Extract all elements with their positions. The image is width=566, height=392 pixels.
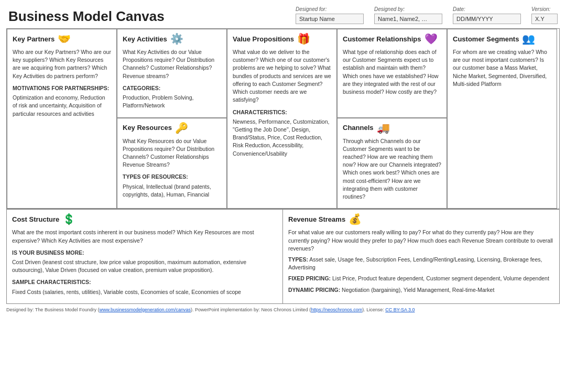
value-propositions-title: Value Propositions — [233, 35, 294, 43]
key-resources-section1-title: TYPES OF RESOURCES: — [123, 173, 221, 181]
value-propositions-cell: Value Propositions 🎁 What value do we de… — [227, 29, 337, 209]
key-partners-title: Key Partners — [13, 35, 55, 43]
value-propositions-section1-title: CHARACTERISTICS: — [233, 108, 331, 116]
customer-relationships-intro: What type of relationship does each of o… — [343, 48, 441, 96]
cost-structure-icon: 💲 — [62, 214, 75, 224]
date-input[interactable] — [453, 14, 521, 24]
key-partners-header: Key Partners 🤝 — [13, 34, 111, 44]
value-propositions-section1-body: Newness, Performance, Customization, "Ge… — [233, 118, 331, 158]
channels-icon: 🚚 — [377, 123, 390, 133]
revenue-streams-section3-body: Negotiation (bargaining), Yield Manageme… — [342, 287, 494, 293]
channels-title: Channels — [343, 124, 374, 132]
value-propositions-intro: What value do we deliver to the customer… — [233, 48, 331, 104]
page-header: Business Model Canvas Designed for: Desi… — [0, 0, 566, 28]
key-activities-icon: ⚙️ — [170, 34, 183, 44]
revenue-streams-cell: Revenue Streams 💰 For what value are our… — [283, 210, 559, 303]
date-field: Date: — [453, 6, 521, 24]
key-partners-cell: Key Partners 🤝 Who are our Key Partners?… — [7, 29, 117, 209]
footer-text: Designed by: The Business Model Foundry … — [6, 307, 99, 312]
designed-by-input[interactable] — [374, 14, 442, 24]
revenue-streams-intro: For what value are our customers really … — [288, 228, 554, 253]
date-label: Date: — [453, 6, 521, 12]
customer-relationships-cell: Customer Relationships 💜 What type of re… — [337, 29, 447, 118]
key-activities-header: Key Activities ⚙️ — [123, 34, 221, 44]
cost-structure-section1-body: Cost Driven (leanest cost structure, low… — [12, 258, 277, 274]
cost-structure-intro: What are the most important costs inhere… — [12, 228, 277, 244]
cost-structure-section2-title: SAMPLE CHARACTERISTICS: — [12, 278, 277, 286]
key-activities-body: What Key Activities do our Value Proposi… — [123, 48, 221, 110]
value-propositions-header: Value Propositions 🎁 — [233, 34, 331, 44]
revenue-streams-section1-body: Asset sale, Usage fee, Subscription Fees… — [288, 256, 542, 270]
canvas: Key Partners 🤝 Who are our Key Partners?… — [6, 28, 560, 304]
designed-for-input[interactable] — [296, 14, 364, 24]
channels-body: Through which Channels do our Customer S… — [343, 137, 441, 201]
customer-relationships-body: What type of relationship does each of o… — [343, 48, 441, 96]
footer-end-text: ). License: — [362, 307, 385, 312]
customer-relationships-title: Customer Relationships — [343, 35, 421, 43]
designed-for-label: Designed for: — [296, 6, 364, 12]
value-propositions-body: What value do we deliver to the customer… — [233, 48, 331, 158]
key-resources-icon: 🔑 — [175, 123, 188, 133]
revenue-streams-icon: 💰 — [349, 214, 362, 224]
cost-structure-section2-body: Fixed Costs (salaries, rents, utilities)… — [12, 288, 277, 296]
revenue-streams-section2-body: List Price, Product feature dependent, C… — [332, 275, 549, 281]
customer-segments-header: Customer Segments 👥 — [453, 34, 551, 44]
version-field: Version: — [531, 6, 558, 24]
key-resources-cell: Key Resources 🔑 What Key Resources do ou… — [117, 118, 227, 209]
version-label: Version: — [531, 6, 558, 12]
footer-link2[interactable]: https://neoschronos.com — [311, 307, 362, 312]
customer-segments-intro: For whom are we creating value? Who are … — [453, 48, 551, 88]
page-title: Business Model Canvas — [8, 9, 165, 24]
canvas-grid: Key Partners 🤝 Who are our Key Partners?… — [7, 29, 559, 209]
key-resources-section1-body: Physical, Intellectual (brand patents, c… — [123, 183, 221, 199]
customer-segments-cell: Customer Segments 👥 For whom are we crea… — [447, 29, 557, 209]
customer-segments-body: For whom are we creating value? Who are … — [453, 48, 551, 88]
key-activities-section1-body: Production, Problem Solving, Platform/Ne… — [123, 94, 221, 110]
key-activities-intro: What Key Activities do our Value Proposi… — [123, 48, 221, 80]
designed-by-field: Designed by: — [374, 6, 442, 24]
customer-segments-icon: 👥 — [522, 34, 535, 44]
key-activities-cell: Key Activities ⚙️ What Key Activities do… — [117, 29, 227, 118]
key-partners-body: Who are our Key Partners? Who are our ke… — [13, 48, 111, 118]
version-input[interactable] — [531, 14, 558, 24]
key-partners-section1-title: MOTIVATIONS FOR PARTNERSHIPS: — [13, 84, 111, 92]
channels-intro: Through which Channels do our Customer S… — [343, 137, 441, 201]
cost-structure-cell: Cost Structure 💲 What are the most impor… — [7, 210, 283, 303]
bottom-row: Cost Structure 💲 What are the most impor… — [7, 209, 559, 303]
revenue-streams-section2-title: FIXED PRICING: — [288, 275, 331, 281]
cost-structure-body: What are the most important costs inhere… — [12, 228, 277, 296]
cost-structure-section1-title: IS YOUR BUSINESS MORE: — [12, 249, 277, 257]
footer-mid-text: ). PowerPoint implementation by: Neos Ch… — [191, 307, 311, 312]
header-fields: Designed for: Designed by: Date: Version… — [191, 6, 558, 24]
designed-for-field: Designed for: — [296, 6, 364, 24]
cost-structure-title: Cost Structure — [12, 215, 59, 223]
revenue-streams-body: For what value are our customers really … — [288, 228, 554, 294]
revenue-streams-title: Revenue Streams — [288, 215, 345, 223]
revenue-streams-section3-title: DYNAMIC PRICING: — [288, 287, 340, 293]
value-propositions-icon: 🎁 — [297, 34, 310, 44]
channels-cell: Channels 🚚 Through which Channels do our… — [337, 118, 447, 209]
customer-relationships-header: Customer Relationships 💜 — [343, 34, 441, 44]
designed-by-label: Designed by: — [374, 6, 442, 12]
revenue-streams-section1-title: TYPES: — [288, 256, 308, 263]
footer-link1[interactable]: www.businessmodelgeneration.com/canvas — [99, 307, 191, 312]
key-resources-intro: What Key Resources do our Value Proposit… — [123, 137, 221, 169]
key-partners-icon: 🤝 — [58, 34, 71, 44]
customer-relationships-icon: 💜 — [424, 34, 438, 44]
key-activities-section1-title: CATEGORIES: — [123, 84, 221, 92]
key-activities-title: Key Activities — [123, 35, 167, 43]
customer-segments-title: Customer Segments — [453, 35, 519, 43]
key-resources-title: Key Resources — [123, 124, 172, 132]
channels-header: Channels 🚚 — [343, 123, 441, 133]
footer-link3[interactable]: CC BY-SA 3.0 — [385, 307, 415, 312]
revenue-streams-header: Revenue Streams 💰 — [288, 214, 554, 224]
key-resources-header: Key Resources 🔑 — [123, 123, 221, 133]
key-resources-body: What Key Resources do our Value Proposit… — [123, 137, 221, 199]
footer: Designed by: The Business Model Foundry … — [6, 307, 560, 312]
cost-structure-header: Cost Structure 💲 — [12, 214, 277, 224]
key-partners-section1-body: Optimization and economy, Reduction of r… — [13, 94, 111, 118]
key-partners-intro: Who are our Key Partners? Who are our ke… — [13, 48, 111, 80]
